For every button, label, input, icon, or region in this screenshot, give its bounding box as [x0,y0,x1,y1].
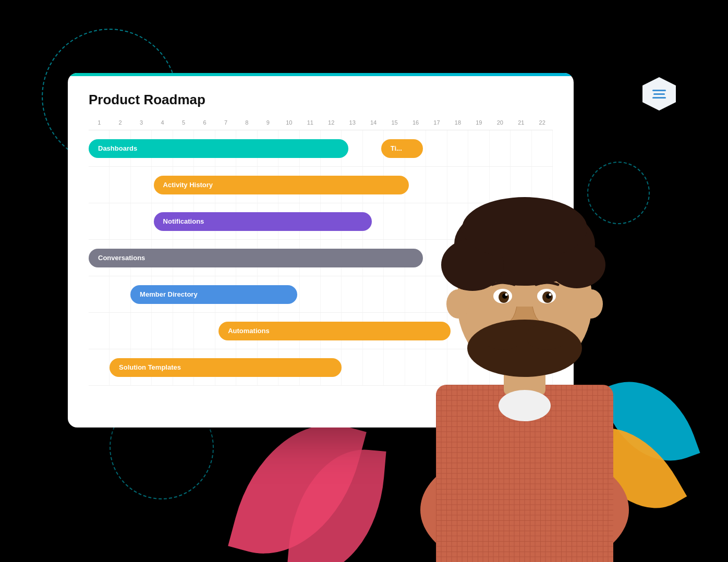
gantt-col-header: 4 [152,119,173,126]
gantt-col-header: 12 [321,119,342,126]
svg-point-18 [467,320,582,377]
gantt-col-header: 6 [194,119,215,126]
gantt-col-header: 8 [236,119,257,126]
person-image [363,93,676,562]
gantt-col-header: 2 [110,119,130,126]
menu-icon [652,90,666,99]
gantt-col-header: 13 [342,119,362,126]
gantt-bar: Member Directory [130,285,297,304]
svg-point-16 [505,294,508,296]
svg-point-20 [526,324,567,350]
svg-point-4 [499,390,551,421]
gantt-bar: Notifications [154,212,372,231]
gantt-bar: Dashboards [89,139,348,158]
gantt-col-header: 9 [258,119,278,126]
menu-line-3 [652,97,666,99]
gantt-col-header: 3 [131,119,152,126]
menu-line-2 [653,93,665,95]
gantt-col-header: 5 [173,119,194,126]
gantt-bar: Solution Templates [110,358,342,377]
person-svg [373,103,676,562]
menu-line-1 [652,90,666,91]
gantt-col-header: 1 [89,119,110,126]
svg-point-17 [549,294,552,296]
gantt-col-header: 7 [215,119,236,126]
gantt-col-header: 11 [300,119,321,126]
svg-point-19 [482,324,524,350]
svg-point-21 [446,289,469,319]
svg-point-9 [462,197,587,260]
gantt-col-header: 10 [278,119,299,126]
svg-point-22 [580,289,603,319]
